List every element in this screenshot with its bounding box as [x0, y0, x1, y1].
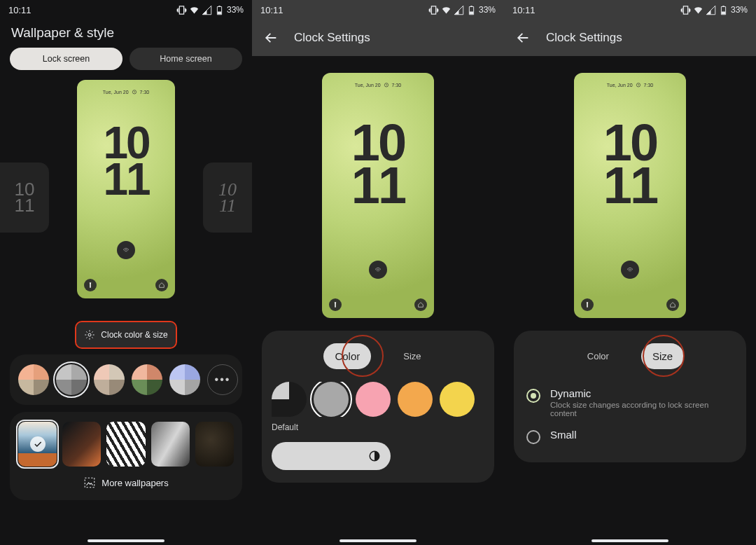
status-bar: 10:11 33%	[0, 0, 252, 20]
color-orange[interactable]	[398, 382, 433, 417]
check-icon	[30, 436, 46, 452]
lock-screen-preview: Tue, Jun 20 7:30 10 11	[322, 73, 434, 318]
segment-color[interactable]: Color	[323, 343, 371, 369]
segment-control: Color Size	[272, 343, 484, 369]
signal-icon	[454, 5, 464, 15]
tab-lock-screen[interactable]: Lock screen	[10, 48, 122, 70]
screen-title: Clock Settings	[294, 31, 370, 45]
palette-option-1[interactable]	[18, 364, 49, 395]
wallpaper-icon	[83, 476, 96, 489]
battery-icon	[718, 5, 729, 15]
svg-point-1	[88, 333, 91, 336]
clock-style-carousel: 10 11 10 11 Tue, Jun 20 7:30 10 11	[0, 80, 252, 318]
vibrate-icon	[176, 5, 187, 15]
gear-icon	[84, 329, 95, 340]
battery-icon	[466, 5, 477, 15]
palette-option-2[interactable]	[56, 364, 87, 395]
status-bar: 10:11 33%	[504, 0, 756, 20]
color-yellow[interactable]	[440, 382, 475, 417]
clock-style-prev[interactable]: 10 11	[0, 163, 49, 233]
wallpaper-thumb-4[interactable]	[151, 422, 190, 467]
vibrate-icon	[428, 5, 439, 15]
nav-bar[interactable]	[88, 539, 164, 542]
status-icons: 33%	[176, 5, 244, 15]
page-title: Wallpaper & style	[0, 20, 252, 48]
lock-screen-preview: Tue, Jun 20 7:30 10 11	[77, 80, 175, 298]
palette-more-button[interactable]: •••	[207, 364, 238, 395]
palette-option-5[interactable]	[169, 364, 200, 395]
fingerprint-icon	[369, 261, 387, 279]
preview-date-row: Tue, Jun 20 7:30	[574, 82, 686, 88]
wallpaper-thumb-5[interactable]	[195, 422, 234, 467]
wifi-icon	[189, 5, 200, 15]
clock-color-size-button[interactable]: Clock color & size	[76, 322, 176, 347]
home-icon	[666, 298, 679, 311]
alarm-icon	[384, 82, 389, 88]
segment-size[interactable]: Size	[641, 343, 684, 369]
fingerprint-icon	[117, 241, 135, 259]
home-icon	[155, 279, 168, 291]
preview-clock: 10 11	[77, 125, 175, 198]
nav-bar[interactable]	[592, 539, 668, 542]
segment-size[interactable]: Size	[392, 345, 432, 367]
wallpaper-section: More wallpapers	[10, 412, 242, 500]
status-time: 10:11	[260, 5, 284, 15]
wallpaper-thumb-3[interactable]	[106, 422, 145, 467]
segment-control: Color Size	[524, 343, 736, 369]
size-option-small[interactable]: Small	[524, 423, 736, 450]
back-button[interactable]	[515, 30, 531, 46]
status-time: 10:11	[512, 5, 536, 15]
radio-checked-icon	[526, 389, 540, 403]
lock-screen-preview: Tue, Jun 20 7:30 10 11	[574, 73, 686, 318]
home-icon	[414, 298, 427, 311]
alarm-icon	[636, 82, 641, 88]
back-button[interactable]	[263, 30, 279, 46]
palette-option-4[interactable]	[132, 364, 162, 395]
svg-rect-2	[85, 478, 95, 488]
preview-clock: 10 11	[322, 122, 434, 207]
color-default[interactable]	[272, 382, 307, 417]
flashlight-icon	[329, 298, 342, 311]
wifi-icon	[441, 5, 451, 15]
color-pink[interactable]	[356, 382, 391, 417]
tab-home-screen[interactable]: Home screen	[130, 48, 242, 70]
flashlight-icon	[581, 298, 594, 311]
vibrate-icon	[680, 5, 691, 15]
preview-clock: 10 11	[574, 122, 686, 207]
color-palette-row: •••	[10, 354, 242, 405]
screen-title: Clock Settings	[546, 31, 622, 45]
nav-bar[interactable]	[340, 539, 416, 542]
default-label: Default	[272, 422, 484, 432]
slider-thumb[interactable]	[368, 450, 381, 462]
color-options	[272, 382, 484, 417]
battery-icon	[214, 5, 225, 15]
screen-tabs: Lock screen Home screen	[0, 48, 252, 80]
preview-date-row: Tue, Jun 20 7:30	[322, 82, 434, 88]
fingerprint-icon	[621, 261, 639, 279]
signal-icon	[706, 5, 716, 15]
alarm-icon	[132, 89, 137, 95]
status-time: 10:11	[8, 5, 31, 15]
wallpaper-thumb-1[interactable]	[18, 422, 57, 467]
more-wallpapers-button[interactable]: More wallpapers	[18, 476, 234, 489]
clock-settings-sheet: Color Size Dynamic Clock size changes ac…	[514, 331, 746, 462]
wallpaper-thumb-2[interactable]	[62, 422, 101, 467]
clock-settings-sheet: Color Size Default	[262, 331, 494, 483]
signal-icon	[202, 5, 212, 15]
status-icons: 33%	[428, 5, 496, 15]
top-app-bar: Clock Settings	[504, 20, 756, 56]
top-app-bar: Clock Settings	[252, 20, 504, 56]
size-option-dynamic[interactable]: Dynamic Clock size changes according to …	[524, 382, 736, 423]
status-bar: 10:11 33%	[252, 0, 504, 20]
status-icons: 33%	[680, 5, 748, 15]
flashlight-icon	[84, 279, 97, 291]
battery-pct: 33%	[731, 5, 748, 15]
clock-style-next[interactable]: 10 11	[203, 163, 252, 233]
color-grey[interactable]	[314, 382, 349, 417]
saturation-slider[interactable]	[272, 442, 391, 470]
preview-date-row: Tue, Jun 20 7:30	[77, 89, 175, 95]
segment-color[interactable]: Color	[576, 345, 620, 367]
battery-pct: 33%	[479, 5, 496, 15]
palette-option-3[interactable]	[94, 364, 125, 395]
battery-pct: 33%	[227, 5, 244, 15]
